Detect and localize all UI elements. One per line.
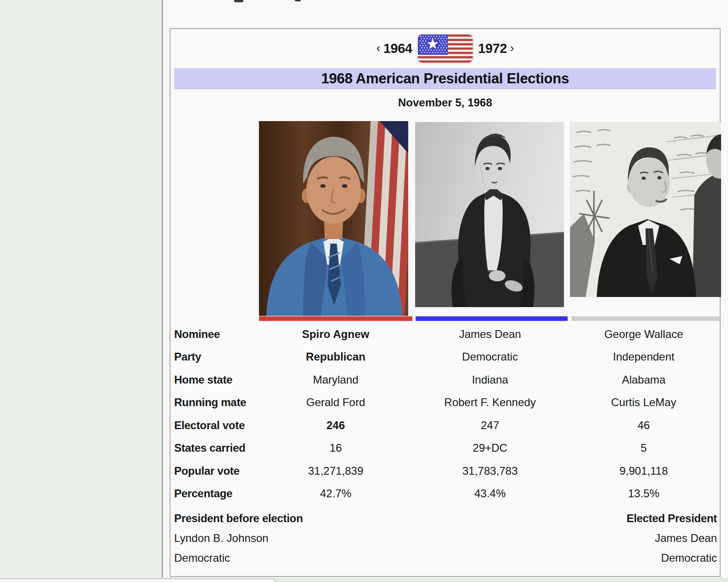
party-wallace: Independent: [568, 346, 720, 369]
home-state-agnew: Maryland: [259, 368, 412, 391]
president-before-label: President before election: [174, 512, 303, 525]
running-mate-dean: Robert F. Kennedy: [412, 391, 568, 414]
row-label-electoral-vote: Electoral vote: [174, 414, 259, 437]
states-carried-dean: 29+DC: [412, 437, 568, 460]
bottom-panel: [0, 578, 276, 582]
prev-election-link[interactable]: ‹ 1964: [376, 41, 412, 56]
next-election-link[interactable]: 1972 ›: [478, 41, 514, 56]
running-mate-wallace: Curtis LeMay: [568, 391, 720, 414]
prev-election-year: 1964: [383, 41, 412, 56]
row-label-nominee: Nominee: [174, 323, 259, 346]
infobox-title-banner: 1968 American Presidential Elections: [174, 68, 716, 89]
chevron-left-icon: ‹: [376, 41, 380, 55]
president-transition-section: President before election Elected Presid…: [174, 512, 717, 571]
percentage-agnew: 42.7%: [259, 483, 412, 506]
states-carried-wallace: 5: [568, 437, 720, 460]
row-label-home-state: Home state: [174, 368, 259, 391]
percentage-dean: 43.4%: [412, 483, 568, 506]
party-dean: Democratic: [412, 346, 568, 369]
home-state-wallace: Alabama: [568, 368, 720, 391]
popular-vote-wallace: 9,901,118: [568, 460, 720, 483]
nominee-agnew: Spiro Agnew: [259, 323, 412, 346]
democratic-party-color-bar: [416, 316, 568, 321]
election-infobox: ‹ 1964: [170, 28, 721, 577]
next-election-year: 1972: [478, 41, 507, 56]
row-label-states-carried: States carried: [174, 437, 259, 460]
electoral-vote-wallace: 46: [568, 414, 720, 437]
row-label-popular-vote: Popular vote: [174, 460, 259, 483]
clipped-text-artifact: [295, 0, 301, 1]
nominee-wallace: George Wallace: [568, 323, 720, 346]
spiro-agnew-photo[interactable]: [259, 121, 408, 316]
election-stats-table: Nominee Spiro Agnew James Dean George Wa…: [174, 323, 720, 505]
elected-president-label: Elected President: [627, 512, 717, 525]
elected-president-party: Democratic: [661, 551, 717, 565]
popular-vote-dean: 31,783,783: [412, 460, 568, 483]
republican-party-color-bar: [259, 316, 412, 321]
electoral-vote-dean: 247: [412, 414, 568, 437]
row-label-percentage: Percentage: [174, 483, 259, 506]
sidebar-divider: [162, 0, 163, 582]
page-title: 1968 American Presidential Elections: [321, 70, 569, 87]
independent-party-color-bar: [571, 316, 721, 321]
states-carried-agnew: 16: [259, 437, 412, 460]
election-date: November 5, 1968: [170, 96, 720, 109]
popular-vote-agnew: 31,271,839: [259, 460, 412, 483]
us-flag-icon[interactable]: [418, 35, 473, 63]
george-wallace-photo[interactable]: [570, 122, 721, 297]
row-label-running-mate: Running mate: [174, 391, 259, 414]
election-navigation: ‹ 1964: [170, 35, 720, 63]
electoral-vote-agnew: 246: [259, 414, 412, 437]
elected-president-name: James Dean: [655, 531, 717, 545]
chevron-right-icon: ›: [510, 41, 514, 55]
nominee-dean: James Dean: [412, 323, 568, 346]
president-before-party: Democratic: [174, 551, 230, 565]
party-agnew: Republican: [259, 346, 412, 369]
percentage-wallace: 13.5%: [568, 483, 720, 506]
james-dean-photo[interactable]: [415, 122, 564, 307]
president-before-name: Lyndon B. Johnson: [174, 531, 269, 545]
home-state-dean: Indiana: [412, 368, 568, 391]
clipped-text-artifact: [234, 0, 243, 2]
row-label-party: Party: [174, 346, 259, 369]
running-mate-agnew: Gerald Ford: [259, 391, 412, 414]
